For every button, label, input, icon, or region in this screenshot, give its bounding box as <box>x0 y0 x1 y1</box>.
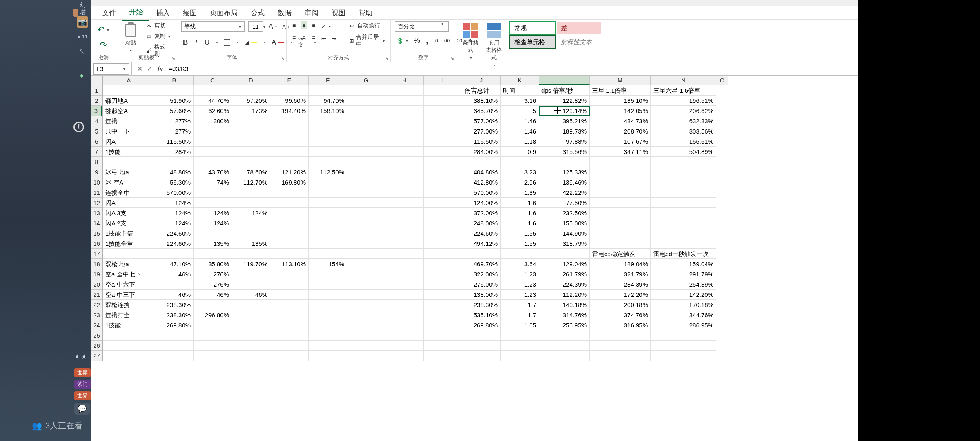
cell-B8[interactable] <box>155 157 194 167</box>
cell-J5[interactable]: 277.00% <box>462 126 501 136</box>
increase-font-button[interactable]: A↑ <box>267 22 279 31</box>
row-header-23[interactable]: 23 <box>91 310 102 320</box>
cell-E23[interactable] <box>270 310 309 320</box>
row-header-19[interactable]: 19 <box>91 269 102 279</box>
cell-N16[interactable] <box>651 238 716 249</box>
cell-D19[interactable] <box>232 269 270 279</box>
cell-C26[interactable] <box>194 341 232 351</box>
orientation-button[interactable]: ⤢▾ <box>320 22 339 30</box>
cell-I16[interactable] <box>424 238 462 249</box>
cell-E17[interactable] <box>270 249 309 259</box>
row-header-15[interactable]: 15 <box>91 228 102 238</box>
cell-G12[interactable] <box>347 198 385 208</box>
cell-K25[interactable] <box>501 330 539 341</box>
cell-H11[interactable] <box>385 187 424 198</box>
align-center-button[interactable]: ≡ <box>301 33 307 42</box>
cell-E6[interactable] <box>270 136 309 147</box>
cell-A17[interactable] <box>103 249 155 259</box>
cell-J1[interactable]: 伤害总计 <box>462 85 501 96</box>
cell-G20[interactable] <box>347 279 385 290</box>
cell-E9[interactable]: 121.20% <box>270 167 309 177</box>
row-header-24[interactable]: 24 <box>91 320 102 330</box>
cell-K20[interactable]: 1.23 <box>501 279 539 290</box>
cell-N27[interactable] <box>651 351 716 361</box>
cell-J15[interactable]: 224.60% <box>462 228 501 238</box>
cell-H7[interactable] <box>385 147 424 157</box>
cell-L10[interactable]: 139.46% <box>539 177 590 187</box>
cell-I11[interactable] <box>424 187 462 198</box>
cell-H9[interactable] <box>385 167 424 177</box>
cell-J25[interactable] <box>462 330 501 341</box>
cell-C16[interactable]: 135% <box>194 238 232 249</box>
cell-E24[interactable] <box>270 320 309 330</box>
cell-G11[interactable] <box>347 187 385 198</box>
cell-I15[interactable] <box>424 228 462 238</box>
cell-B27[interactable] <box>155 351 194 361</box>
tab-review[interactable]: 审阅 <box>298 5 325 21</box>
cell-C3[interactable]: 62.60% <box>194 106 232 116</box>
bold-button[interactable]: B <box>181 38 189 47</box>
cell-E19[interactable] <box>270 269 309 279</box>
cell-N20[interactable]: 254.39% <box>651 279 716 290</box>
cut-button[interactable]: ✂剪切 <box>144 21 173 30</box>
cell-A21[interactable]: 空a 中三下 <box>103 290 155 300</box>
cell-N11[interactable] <box>651 187 716 198</box>
cell-C8[interactable] <box>194 157 232 167</box>
cell-F4[interactable] <box>309 116 347 126</box>
cell-I25[interactable] <box>424 330 462 341</box>
cell-E26[interactable] <box>270 341 309 351</box>
cell-A2[interactable]: 镰刀地A <box>103 96 155 106</box>
cell-E10[interactable]: 169.80% <box>270 177 309 187</box>
cell-H15[interactable] <box>385 228 424 238</box>
col-header-M[interactable]: M <box>590 76 651 85</box>
cell-F27[interactable] <box>309 351 347 361</box>
merge-center-button[interactable]: ⊞合并后居中▾ <box>347 33 386 49</box>
cell-H16[interactable] <box>385 238 424 249</box>
cell-L6[interactable]: 97.88% <box>539 136 590 147</box>
cell-N3[interactable]: 206.62% <box>651 106 716 116</box>
cell-N13[interactable] <box>651 208 716 218</box>
cell-N21[interactable]: 142.20% <box>651 290 716 300</box>
cell-M7[interactable]: 347.11% <box>590 147 651 157</box>
cell-D5[interactable] <box>232 126 270 136</box>
cell-E5[interactable] <box>270 126 309 136</box>
cell-C4[interactable]: 300% <box>194 116 232 126</box>
cell-C15[interactable] <box>194 228 232 238</box>
cell-K13[interactable]: 1.6 <box>501 208 539 218</box>
cell-B3[interactable]: 57.60% <box>155 106 194 116</box>
cell-N18[interactable]: 159.04% <box>651 259 716 269</box>
cell-K3[interactable]: 5 <box>501 106 539 116</box>
col-header-H[interactable]: H <box>385 76 424 85</box>
cell-B17[interactable] <box>155 249 194 259</box>
cell-B15[interactable]: 224.60% <box>155 228 194 238</box>
cell-I19[interactable] <box>424 269 462 279</box>
cell-D15[interactable] <box>232 228 270 238</box>
row-header-8[interactable]: 8 <box>91 157 102 167</box>
cell-M13[interactable] <box>590 208 651 218</box>
cell-G26[interactable] <box>347 341 385 351</box>
warning-icon[interactable]: ! <box>74 122 84 132</box>
cell-H24[interactable] <box>385 320 424 330</box>
cell-H27[interactable] <box>385 351 424 361</box>
cell-A9[interactable]: 冰弓 地a <box>103 167 155 177</box>
cell-J17[interactable] <box>462 249 501 259</box>
cell-H18[interactable] <box>385 259 424 269</box>
cell-C12[interactable] <box>194 198 232 208</box>
cell-I20[interactable] <box>424 279 462 290</box>
cell-I5[interactable] <box>424 126 462 136</box>
cell-A26[interactable] <box>103 341 155 351</box>
row-header-18[interactable]: 18 <box>91 259 102 269</box>
cell-D4[interactable] <box>232 116 270 126</box>
cell-B9[interactable]: 48.80% <box>155 167 194 177</box>
cell-L5[interactable]: 189.73% <box>539 126 590 136</box>
cell-A24[interactable]: 1技能 <box>103 320 155 330</box>
redo-button[interactable]: ↷ <box>98 39 109 51</box>
row-header-26[interactable]: 26 <box>91 341 102 351</box>
cell-A15[interactable]: 1技能主箭 <box>103 228 155 238</box>
cell-L24[interactable]: 256.95% <box>539 320 590 330</box>
cell-C11[interactable] <box>194 187 232 198</box>
tab-formula[interactable]: 公式 <box>244 5 271 21</box>
cell-G1[interactable] <box>347 85 385 96</box>
cell-A27[interactable] <box>103 351 155 361</box>
tab-page-layout[interactable]: 页面布局 <box>203 5 244 21</box>
